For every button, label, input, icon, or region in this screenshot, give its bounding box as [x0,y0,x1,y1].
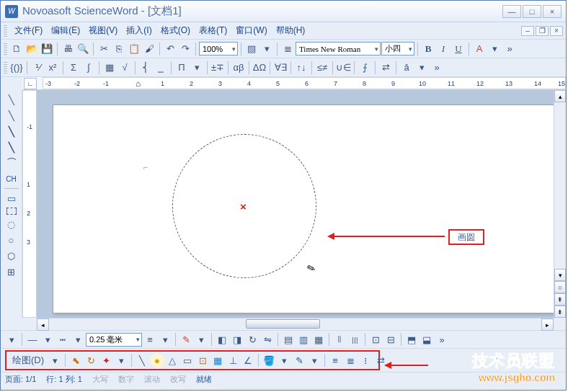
tab-selector-icon[interactable]: ∟ [24,78,37,89]
font-color-icon[interactable]: A [472,42,487,56]
vertical-scrollbar[interactable]: ▴ ▾ ○ ⇞ ⇟ [554,90,566,318]
undo-icon[interactable]: ↶ [163,42,177,56]
brackets-icon[interactable]: {()} [9,61,24,75]
integral-icon[interactable]: ∫ [81,61,96,75]
draw-dropdown-icon[interactable]: ▾ [48,353,62,368]
pen-dropdown-icon[interactable]: ▾ [307,353,321,368]
axis-icon[interactable]: ⊥ [226,353,240,368]
doc-restore-button[interactable]: ❐ [536,26,549,36]
font-color-dropdown-icon[interactable]: ▾ [487,42,502,56]
vector-icon[interactable]: ⎯ [154,61,168,75]
doc-minimize-button[interactable]: – [521,26,534,36]
canvas[interactable]: ⌐ × ✎ 画圆 [37,90,554,318]
scroll-left-icon[interactable]: ◂ [37,318,49,331]
menu-file[interactable]: 文件(F) [10,23,47,38]
menu-window[interactable]: 窗口(W) [231,23,271,38]
angle-icon[interactable]: ∠ [241,353,255,368]
fraction-icon[interactable]: ⅟ [30,61,45,75]
menu-help[interactable]: 帮助(H) [272,23,310,38]
menu-table[interactable]: 表格(T) [195,23,231,38]
save-icon[interactable]: 💾 [40,42,54,56]
line-weight-dropdown-icon[interactable]: ▾ [158,332,172,347]
rect-tool-icon[interactable]: ▭ [4,192,19,205]
line-style-solid-icon[interactable]: — [25,332,40,347]
menu-view[interactable]: 视图(V) [84,23,122,38]
pi-icon[interactable]: Π [174,61,189,75]
zoom-combo[interactable]: 100% [199,42,238,55]
align-right-icon[interactable]: ▦ [311,332,326,347]
align-center-icon[interactable]: ▥ [296,332,311,347]
maximize-button[interactable]: □ [523,5,541,18]
curve-tool-icon[interactable]: ⁀ [4,156,19,169]
menu-format[interactable]: 格式(O) [156,23,195,38]
dropdown-icon[interactable]: ▾ [414,61,429,75]
greek-icon[interactable]: αβ [231,61,246,75]
paste-icon[interactable]: 📋 [127,42,141,56]
page-up-icon[interactable]: ⇞ [554,293,566,306]
menu-insert[interactable]: 插入(I) [122,23,156,38]
size-combo[interactable]: 小四 [381,42,414,55]
prop-dropdown-icon[interactable]: ▾ [4,332,19,347]
script-icon[interactable]: x² [45,61,60,75]
grid-tool-icon[interactable]: ⊞ [4,265,19,278]
overarrow-icon[interactable]: ⇄ [378,61,393,75]
italic-button[interactable]: I [436,42,451,56]
triangle-shape-icon[interactable]: △ [165,353,179,368]
select-rect-icon[interactable] [6,208,17,215]
sum-icon[interactable]: Σ [66,61,81,75]
line4-tool-icon[interactable]: ╲ [4,141,19,153]
line-shape-icon[interactable]: ╲ [135,353,149,368]
preview-icon[interactable]: 🔍 [76,42,90,56]
redo-icon[interactable]: ↷ [178,42,192,56]
more-icon[interactable]: » [502,42,517,56]
fill-bucket-icon[interactable]: 🪣 [262,353,276,368]
underline-button[interactable]: U [451,42,466,56]
image-box-icon[interactable]: ▦ [210,353,225,368]
root-icon[interactable]: √ [117,61,132,75]
horizontal-scrollbar[interactable]: ◂ ▸ [37,318,554,330]
line-weight-icon[interactable]: ≡ [143,332,157,347]
line-color-icon[interactable]: ✎ [179,332,193,347]
align-left-icon[interactable]: ▤ [281,332,296,347]
ungroup-icon[interactable]: ⊟ [383,332,398,347]
lines1-icon[interactable]: ≡ [328,353,342,368]
more-icon[interactable]: » [430,61,444,75]
3d-icon[interactable]: ◨ [230,332,244,347]
send-back-icon[interactable]: ⬓ [420,332,434,347]
snap-dropdown-icon[interactable]: ▾ [114,353,128,368]
line-style-dropdown-icon[interactable]: ▾ [40,332,55,347]
more-icon[interactable]: » [435,332,449,347]
menu-edit[interactable]: 编辑(E) [47,23,84,38]
ellipse-dashed-icon[interactable]: ◌ [4,218,19,231]
line3-tool-icon[interactable]: ╲ [4,125,19,138]
bring-front-icon[interactable]: ⬒ [404,332,419,347]
color-dropdown-icon[interactable]: ▾ [259,42,274,56]
pen-icon[interactable]: ✎ [292,353,306,368]
font-combo[interactable]: Times New Roman [296,42,381,55]
text-ch-icon[interactable]: CH [4,172,19,185]
lines3-icon[interactable]: ⫶ [358,353,373,368]
ruler-ticks[interactable]: -3 -2 -1 ⌂ 1 2 3 4 5 6 7 8 9 10 11 12 13… [43,77,566,89]
open-icon[interactable]: 📂 [25,42,39,56]
fill-dropdown-icon[interactable]: ▾ [277,353,291,368]
cut-icon[interactable]: ✂ [97,42,111,56]
scroll-down-icon[interactable]: ▾ [554,269,566,281]
delta-icon[interactable]: ΔΩ [252,61,267,75]
rect-shape-icon[interactable]: ▭ [180,353,195,368]
line-dash-dropdown-icon[interactable]: ▾ [71,332,85,347]
color-swatch-icon[interactable]: ▧ [244,42,259,56]
plusminus-icon[interactable]: ±∓ [210,61,225,75]
set-icon[interactable]: ∪∈ [336,61,351,75]
select-tool-icon[interactable]: ⬉ [68,353,83,368]
hat-icon[interactable]: â [399,61,414,75]
ellipse-tool-icon[interactable]: ○ [4,233,19,246]
copy-icon[interactable]: ⎘ [112,42,126,56]
line-color-dropdown-icon[interactable]: ▾ [194,332,208,347]
rotate-icon[interactable]: ↻ [245,332,259,347]
snap-tool-icon[interactable]: ✦ [99,353,113,368]
polygon-tool-icon[interactable]: ⬡ [4,249,19,262]
function-icon[interactable]: ⨍ [358,61,372,75]
cases-icon[interactable]: ⎨ [138,61,153,75]
minimize-button[interactable]: — [502,5,521,18]
rotate-tool-icon[interactable]: ↻ [84,353,98,368]
